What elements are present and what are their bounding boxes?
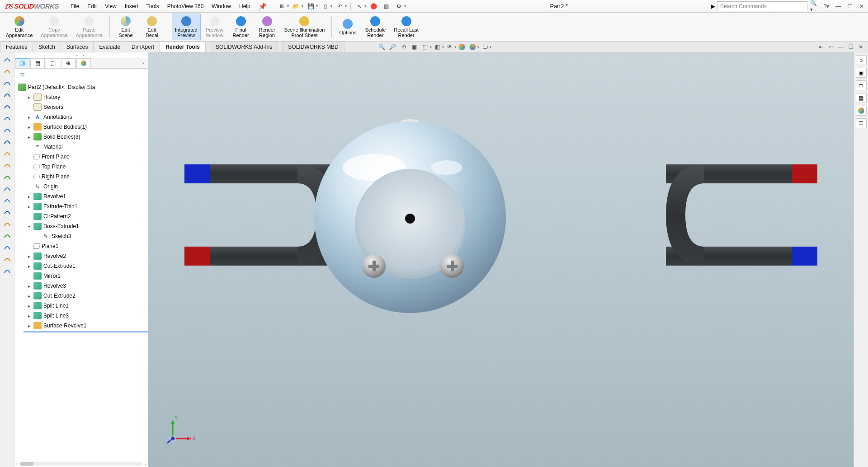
tile-icon[interactable]: ▭ <box>826 43 835 51</box>
tree-item-sensors[interactable]: Sensors <box>14 102 148 112</box>
display-style-icon[interactable]: ◧ <box>433 42 443 51</box>
tab-solidworks-add-ins[interactable]: SOLIDWORKS Add-Ins <box>210 42 278 52</box>
menu-edit[interactable]: Edit <box>84 1 100 11</box>
property-manager-tab[interactable]: ▤ <box>30 58 45 68</box>
tree-item-revolve2[interactable]: ▸Revolve2 <box>14 251 148 261</box>
settings-button[interactable]: ⚙ <box>393 1 405 11</box>
rebuild-button[interactable]: 🛑 <box>368 1 380 11</box>
scene-illum-button[interactable]: Scene IlluminationProof Sheet <box>281 14 328 40</box>
tree-item-split-line1[interactable]: ▸Split Line1 <box>14 301 148 311</box>
integrated-preview-button[interactable]: IntegratedPreview <box>172 14 201 40</box>
dimxpert-manager-tab[interactable]: ⊕ <box>61 58 75 68</box>
new-doc-button[interactable]: 🗎 <box>276 1 288 11</box>
tree-item-surface-revolve1[interactable]: ▸Surface-Revolve1 <box>14 321 148 331</box>
search-commands-input[interactable]: Search Commands <box>717 1 807 11</box>
tab-solidworks-mbd[interactable]: SOLIDWORKS MBD <box>282 42 344 52</box>
sketch-tool-10[interactable] <box>2 172 13 182</box>
search-icon[interactable]: 🔍▾ <box>810 2 819 11</box>
tree-item-surface-bodies-1-[interactable]: ▸Surface Bodies(1) <box>14 122 148 132</box>
resources-icon[interactable]: ▣ <box>856 68 867 78</box>
tree-item-history[interactable]: ▸History <box>14 92 148 102</box>
help-icon[interactable]: ?▾ <box>822 2 831 11</box>
close-viewport-icon[interactable]: ✕ <box>856 43 865 51</box>
close-button[interactable]: ✕ <box>857 2 866 11</box>
recall-render-button[interactable]: Recall LastRender <box>391 14 421 40</box>
select-button[interactable]: ↖ <box>354 1 365 11</box>
feature-tree-tab[interactable]: 🧊 <box>15 58 29 68</box>
sketch-tool-18[interactable] <box>2 266 13 276</box>
tab-surfaces[interactable]: Surfaces <box>61 42 94 52</box>
menu-file[interactable]: File <box>67 1 83 11</box>
sketch-tool-9[interactable] <box>2 160 13 170</box>
tree-item-plane1[interactable]: Plane1 <box>14 241 148 251</box>
view-settings-icon[interactable]: 🖵 <box>480 42 490 51</box>
open-button[interactable]: 📂 <box>291 1 302 11</box>
custom-props-icon[interactable]: ☰ <box>856 118 867 128</box>
edit-appearance-hud-icon[interactable] <box>457 42 467 51</box>
edit-scene-button[interactable]: EditScene <box>113 14 138 40</box>
restore-button[interactable]: ❐ <box>845 2 854 11</box>
tab-sketch[interactable]: Sketch <box>33 42 61 52</box>
sketch-tool-6[interactable] <box>2 125 13 135</box>
graphics-viewport[interactable]: X Y <box>148 52 854 467</box>
menu-photoview-360[interactable]: PhotoView 360 <box>164 1 208 11</box>
render-region-button[interactable]: RenderRegion <box>255 14 279 40</box>
display-manager-tab[interactable] <box>76 58 91 68</box>
tree-item-cut-extrude1[interactable]: ▸Cut-Extrude1 <box>14 261 148 271</box>
tab-render-tools[interactable]: Render Tools <box>160 42 206 52</box>
tree-item-cut-extrude2[interactable]: ▸Cut-Extrude2 <box>14 291 148 301</box>
sketch-tool-1[interactable] <box>2 66 13 76</box>
tree-root[interactable]: Part2 (Default<_Display Sta <box>14 82 148 92</box>
appearances-icon[interactable] <box>856 106 867 116</box>
tree-item-revolve1[interactable]: ▸Revolve1 <box>14 191 148 201</box>
edit-appearance-button[interactable]: EditAppearance <box>3 14 36 40</box>
print-button[interactable]: ⎙ <box>320 1 331 11</box>
sketch-tool-7[interactable] <box>2 136 13 146</box>
final-render-button[interactable]: FinalRender <box>229 14 253 40</box>
menu-view[interactable]: View <box>101 1 120 11</box>
home-icon[interactable]: ⌂ <box>856 55 867 65</box>
options-grid-button[interactable]: ▥ <box>381 1 392 11</box>
menu-window[interactable]: Window <box>208 1 235 11</box>
pin-icon[interactable]: 📌 <box>259 3 266 10</box>
tree-horizontal-scrollbar[interactable]: ‹› <box>14 460 148 467</box>
apply-scene-hud-icon[interactable] <box>468 42 478 51</box>
panel-resize-handle[interactable]: • • <box>14 52 148 58</box>
menu-tools[interactable]: Tools <box>143 1 163 11</box>
config-manager-tab[interactable]: ⬚ <box>46 58 60 68</box>
tree-item-top-plane[interactable]: Top Plane <box>14 162 148 172</box>
tree-item-annotations[interactable]: ▸AAnnotations <box>14 112 148 122</box>
file-explorer-icon[interactable]: ▤ <box>856 93 867 103</box>
menu-insert[interactable]: Insert <box>121 1 142 11</box>
sketch-tool-14[interactable] <box>2 219 13 229</box>
tab-evaluate[interactable]: Evaluate <box>93 42 126 52</box>
edit-decal-button[interactable]: EditDecal <box>140 14 164 40</box>
sketch-tool-0[interactable] <box>2 54 13 64</box>
schedule-render-button[interactable]: ScheduleRender <box>362 14 389 40</box>
tree-item-revolve3[interactable]: ▸Revolve3 <box>14 281 148 291</box>
sketch-tool-3[interactable] <box>2 89 13 99</box>
tree-item-split-line3[interactable]: ▸Split Line3 <box>14 311 148 321</box>
tree-item-cirpattern2[interactable]: CirPattern2 <box>14 211 148 221</box>
zoom-area-icon[interactable]: 🔎 <box>388 42 398 51</box>
tree-item-mirror1[interactable]: Mirror1 <box>14 271 148 281</box>
tree-item-sketch3[interactable]: ✎Sketch3 <box>14 231 148 241</box>
sketch-tool-12[interactable] <box>2 195 13 205</box>
tree-item-extrude-thin1[interactable]: ▸Extrude-Thin1 <box>14 201 148 211</box>
max-viewport-icon[interactable]: ❐ <box>846 43 855 51</box>
menu-help[interactable]: Help <box>236 1 254 11</box>
sketch-tool-5[interactable] <box>2 113 13 123</box>
view-orientation-icon[interactable]: ⬚ <box>420 42 430 51</box>
search-play-icon[interactable]: ▶ <box>711 3 715 9</box>
section-view-icon[interactable]: ▣ <box>410 42 420 51</box>
sketch-tool-8[interactable] <box>2 148 13 158</box>
sketch-tool-13[interactable] <box>2 207 13 217</box>
tree-item-front-plane[interactable]: Front Plane <box>14 152 148 162</box>
hide-show-icon[interactable]: 👁 <box>445 42 455 51</box>
feature-tree[interactable]: Part2 (Default<_Display Sta▸HistorySenso… <box>14 81 148 460</box>
prev-view-icon[interactable]: ⟲ <box>399 42 409 51</box>
sketch-tool-4[interactable] <box>2 101 13 111</box>
tree-item-right-plane[interactable]: Right Plane <box>14 172 148 182</box>
expand-panel-icon[interactable]: ⇤ <box>816 43 826 51</box>
filter-icon[interactable]: ▽ <box>18 71 26 79</box>
